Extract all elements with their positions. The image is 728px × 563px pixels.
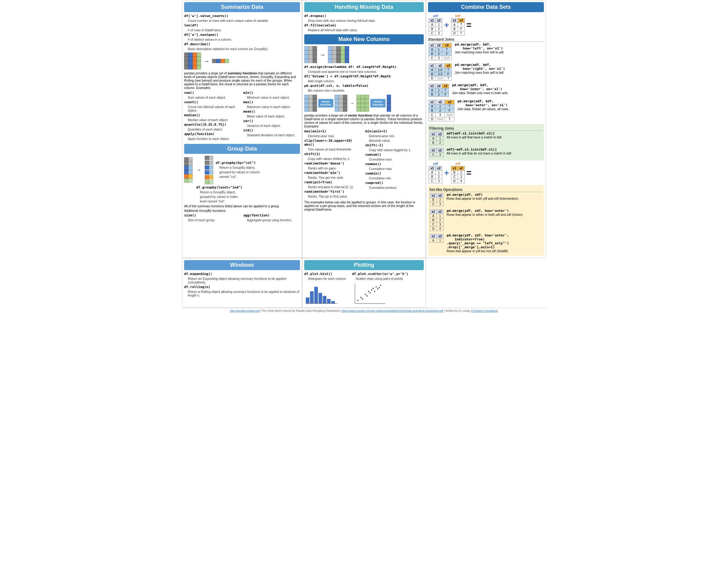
make-cols-arrow-icon: → xyxy=(319,51,325,58)
combine-ydf-visual: ydf x1x2 A1 B2 C3 + zdf x1x2 B2 C3 xyxy=(428,162,544,184)
svg-point-9 xyxy=(360,297,362,298)
filter-join-1-desc: adf[adf.x1.isin(bdf.x1)] All rows in adf… xyxy=(447,131,543,139)
hist-chart xyxy=(304,282,346,306)
group-data-section: Group Data xyxy=(184,144,300,223)
union-table: x1x2 A1 B2 C3 D4 xyxy=(430,209,443,231)
svg-rect-6 xyxy=(331,301,335,304)
adf-table: x1x2 A1 B2 C3 xyxy=(429,18,442,35)
right-join-row: x1x2x3 A1.0T B2.0F DNaNT pd.merge(adf, b… xyxy=(428,63,544,81)
filtering-joins-section: Filtering Joins x1x2 A1 B2 adf[adf.x1.is… xyxy=(428,124,544,160)
svg-point-8 xyxy=(357,300,359,301)
summarize-code-3: df['w'].nunique() xyxy=(184,33,218,37)
summarize-functions-left: sum() Sum values of each object. count()… xyxy=(184,91,241,141)
inner-join-desc: pd.merge(adf, bdf, how='inner', on='x1')… xyxy=(452,83,544,95)
union-table-wrap: x1x2 A1 B2 C3 D4 xyxy=(429,209,444,231)
svg-point-14 xyxy=(369,292,371,294)
svg-rect-5 xyxy=(327,299,331,304)
col-left: Summarize Data df['w'].value_counts() Co… xyxy=(182,0,302,258)
right-join-table: x1x2x3 A1.0T B2.0F DNaNT xyxy=(429,63,452,81)
summarize-code-2: len(df) xyxy=(184,23,198,27)
svg-rect-2 xyxy=(314,287,318,304)
group-functions-right: agg(function) Aggregate group using func… xyxy=(243,213,300,223)
footer: http://pandas.pydata.org/ This cheat she… xyxy=(182,308,546,314)
svg-point-11 xyxy=(365,294,366,295)
vector-box-1: Vectorfunction xyxy=(318,99,333,107)
missing-section: Handling Missing Data df.dropna() Drop r… xyxy=(304,2,424,32)
summarize-desc-2: # of rows in DataFrame. xyxy=(184,28,300,32)
footer-princeton-link[interactable]: Princeton Consultants xyxy=(471,309,498,312)
right-join-table-wrap: x1x2x3 A1.0T B2.0F DNaNT xyxy=(428,63,452,81)
bdf-block: bdf x1x3 AT BF DT xyxy=(450,14,465,36)
svg-point-20 xyxy=(379,287,380,288)
intersection-table: x1x2 B2 C3 xyxy=(430,193,443,206)
page: Summarize Data df['w'].value_counts() Co… xyxy=(182,0,546,314)
col-right: Combine Data Sets adf x1x2 A1 B2 C3 + bd… xyxy=(426,0,546,258)
group-output xyxy=(205,156,213,184)
ydf-label: ydf xyxy=(428,162,443,165)
footer-rstudio-link[interactable]: https://www.rstudio.com/wp-content/uploa… xyxy=(342,309,443,312)
filter-join-1-row: x1x2 A1 B2 adf[adf.x1.isin(bdf.x1)] All … xyxy=(429,131,543,146)
summarize-section: Summarize Data df['w'].value_counts() Co… xyxy=(184,2,300,141)
group-visual: → xyxy=(184,156,300,184)
summarize-code-4: df.describe() xyxy=(184,42,210,46)
group-arrow-icon: → xyxy=(196,167,201,173)
filter-join-2-desc: adf[~adf.x1.isin(bdf.x1)] All rows in ad… xyxy=(447,147,543,155)
inner-join-table: x1x2x3 A1T B2F xyxy=(429,84,449,97)
make-cols-visual-2: Vectorfunction xyxy=(304,95,424,112)
group-desc-2: df.groupby(level="ind") Return a GroupBy… xyxy=(196,185,300,203)
col-mid: Handling Missing Data df.dropna() Drop r… xyxy=(302,0,426,258)
group-note-2: Additional GroupBy functions: xyxy=(184,209,300,212)
vector-visual-1: Vectorfunction xyxy=(304,95,391,112)
make-cols-functions-left: max(axis=1) Element-wise max. clip(lower… xyxy=(304,129,363,199)
summarize-header: Summarize Data xyxy=(184,2,300,12)
missing-header: Handling Missing Data xyxy=(304,2,424,12)
setlike-ops-section: Set-like Operations x1x2 B2 C3 pd.merge(… xyxy=(428,185,544,256)
hist-item: df.plot.hist() Histogram for each column xyxy=(304,272,346,306)
footer-note: This cheat sheet inspired by Rstudio Dat… xyxy=(261,309,341,312)
filtering-joins-header: Filtering Joins xyxy=(429,126,543,131)
plus-icon: + xyxy=(444,20,449,30)
footer-written: ) Written by Irv Lustig, xyxy=(444,309,471,312)
make-cols-input xyxy=(304,46,317,63)
bdf-table: x1x3 AT BF DT xyxy=(451,18,465,35)
svg-point-16 xyxy=(372,288,374,289)
adf-label: adf xyxy=(428,14,443,18)
combine-header: Combine Data Sets xyxy=(428,2,544,12)
zdf-table: x1x2 B2 C3 D4 xyxy=(451,166,465,183)
zdf-block: zdf x1x2 B2 C3 D4 xyxy=(450,162,465,184)
svg-rect-4 xyxy=(323,296,326,304)
outer-join-row: x1x2x3 A1T B2F C3NaN DNaNT pd.merge(adf,… xyxy=(428,99,544,122)
right-join-desc: pd.merge(adf, bdf, how='right', on='x1')… xyxy=(455,63,544,74)
make-cols-output xyxy=(328,46,349,63)
setdiff-table-wrap: x1x2 A1 xyxy=(429,233,444,243)
group-data-header: Group Data xyxy=(184,144,300,154)
bottom-right-spacer xyxy=(426,258,546,308)
outer-join-table: x1x2x3 A1T B2F C3NaN DNaNT xyxy=(429,100,454,121)
summarize-code-1: df['w'].value_counts() xyxy=(184,14,228,18)
union-row: x1x2 A1 B2 C3 D4 pd.merge(ydf, zdf, how=… xyxy=(429,209,543,231)
intersection-row: x1x2 B2 C3 pd.merge(ydf, zdf) Rows that … xyxy=(429,193,543,207)
svg-point-10 xyxy=(362,299,363,300)
summarize-functions: sum() Sum values of each object. count()… xyxy=(184,91,300,141)
svg-point-21 xyxy=(380,285,381,286)
zdf-label: zdf xyxy=(450,162,465,165)
left-join-desc: pd.merge(adf, bdf, how='left', on='x1') … xyxy=(455,42,544,54)
vector-box-2: Vectorfunction xyxy=(370,99,386,107)
footer-pandas-link[interactable]: http://pandas.pydata.org/ xyxy=(230,309,261,312)
svg-point-13 xyxy=(368,291,369,292)
make-cols-header: Make New Columns xyxy=(304,34,424,44)
summarize-narrative: pandas provides a large set of summary f… xyxy=(184,71,300,89)
standard-joins-header: Standard Joins xyxy=(428,37,544,42)
filter-join-2-row: x1x2 C3 adf[~adf.x1.isin(bdf.x1)] All ro… xyxy=(429,147,543,157)
bottom-row: Windows df.expanding() Return an Expandi… xyxy=(182,258,546,308)
intersection-table-wrap: x1x2 B2 C3 xyxy=(429,193,444,207)
equals-icon: = xyxy=(467,20,471,30)
make-cols-group-note: The examples below can also be applied t… xyxy=(304,200,424,211)
outer-join-desc: pd.merge(adf, bdf, how='outer', on='x1')… xyxy=(457,99,544,111)
arrow-icon: → xyxy=(204,58,210,65)
filter-join-2-table-wrap: x1x2 C3 xyxy=(429,147,444,157)
make-new-cols-section: Make New Columns xyxy=(304,34,424,211)
outer-join-table-wrap: x1x2x3 A1T B2F C3NaN DNaNT xyxy=(428,99,455,122)
plotting-section: Plotting df.plot.hist() Histogram for ea… xyxy=(302,258,426,308)
svg-rect-0 xyxy=(306,298,309,304)
